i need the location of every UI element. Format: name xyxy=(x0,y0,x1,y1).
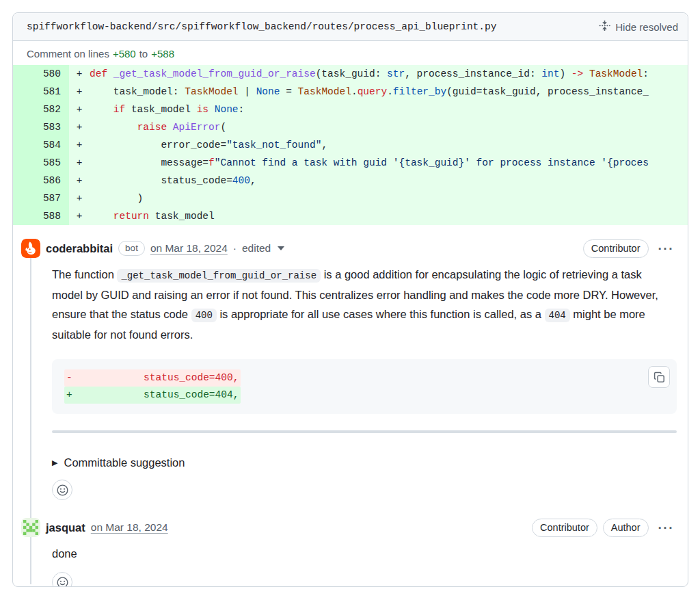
comment-lines-prefix: Comment on lines xyxy=(27,48,109,60)
edited-label[interactable]: edited xyxy=(242,242,271,255)
diff-add-marker: + xyxy=(69,172,90,190)
line-number[interactable]: 588 xyxy=(13,207,69,225)
line-number[interactable]: 585 xyxy=(13,154,69,172)
code-line: 587+ ) xyxy=(13,190,688,207)
comment-body: done xyxy=(52,544,675,563)
avatar-jasquat[interactable] xyxy=(21,518,40,537)
body-text: is appropriate for all use cases where t… xyxy=(217,308,545,320)
code-text: error_code="task_not_found", xyxy=(90,136,688,154)
code-text: message=f"Cannot find a task with guid '… xyxy=(90,154,688,172)
diff-add-marker: + xyxy=(69,118,90,136)
emoji-reaction-button[interactable] xyxy=(52,572,72,587)
body-text: The function xyxy=(52,268,117,281)
inline-code: _get_task_model_from_guid_or_raise xyxy=(117,269,321,283)
line-number[interactable]: 580 xyxy=(13,65,69,83)
copy-button[interactable] xyxy=(648,366,670,388)
role-badge-contributor: Contributor xyxy=(583,239,649,258)
smiley-icon xyxy=(57,484,68,496)
code-line: 584+ error_code="task_not_found", xyxy=(13,136,688,154)
code-text: def _get_task_model_from_guid_or_raise(t… xyxy=(90,65,688,83)
emoji-reaction-button[interactable] xyxy=(52,480,72,500)
line-number[interactable]: 587 xyxy=(13,190,69,207)
committable-suggestion-details: ▶ Committable suggestion xyxy=(52,456,677,469)
diff-add-marker: + xyxy=(69,83,90,101)
committable-suggestion-label: Committable suggestion xyxy=(64,456,185,469)
chevron-down-icon[interactable] xyxy=(278,246,284,250)
comment-date-link[interactable]: on Mar 18, 2024 xyxy=(150,242,228,255)
divider xyxy=(52,430,677,433)
comment-coderabbitai: coderabbitai bot on Mar 18, 2024 · edite… xyxy=(13,225,688,500)
line-number[interactable]: 583 xyxy=(13,118,69,136)
code-line: 582+ if task_model is None: xyxy=(13,101,688,118)
comment-author[interactable]: jasquat xyxy=(46,521,85,534)
inline-code: 404 xyxy=(545,309,570,322)
line-link-end[interactable]: +588 xyxy=(151,48,174,60)
triangle-right-icon: ▶ xyxy=(52,458,57,467)
code-text: if task_model is None: xyxy=(90,101,688,118)
role-badge-author: Author xyxy=(603,519,649,537)
diff-add-marker: + xyxy=(69,154,90,172)
code-line: 585+ message=f"Cannot find a task with g… xyxy=(13,154,688,172)
line-number[interactable]: 586 xyxy=(13,172,69,190)
badge-list: ContributorAuthor xyxy=(532,519,648,537)
file-path[interactable]: spiffworkflow-backend/src/spiffworkflow_… xyxy=(27,21,599,32)
code-text: task_model: TaskModel | None = TaskModel… xyxy=(90,83,688,101)
line-number[interactable]: 581 xyxy=(13,83,69,101)
hide-resolved-button[interactable]: Hide resolved xyxy=(599,20,678,34)
kebab-menu-button[interactable]: ··· xyxy=(656,520,677,536)
hide-resolved-label: Hide resolved xyxy=(615,21,678,33)
comment-jasquat: jasquat on Mar 18, 2024 ContributorAutho… xyxy=(13,500,688,587)
kebab-menu-button[interactable]: ··· xyxy=(656,241,677,257)
code-text: return task_model xyxy=(90,207,688,225)
comment-body: The function _get_task_model_from_guid_o… xyxy=(52,265,675,344)
review-thread-card: spiffworkflow-backend/src/spiffworkflow_… xyxy=(12,12,688,587)
smiley-icon xyxy=(57,577,68,588)
line-number[interactable]: 582 xyxy=(13,101,69,118)
suggestion-line-add: + status_code=404, xyxy=(64,387,638,404)
diff-add-marker: + xyxy=(69,190,90,207)
edited-separator: · xyxy=(233,242,237,255)
diff-add-marker: + xyxy=(69,65,90,83)
fold-icon xyxy=(599,20,610,34)
code-text: ) xyxy=(90,190,688,207)
committable-suggestion-toggle[interactable]: ▶ Committable suggestion xyxy=(52,456,677,469)
code-text: raise ApiError( xyxy=(90,118,688,136)
bot-badge: bot xyxy=(118,241,145,256)
code-line: 588+ return task_model xyxy=(13,207,688,225)
file-header: spiffworkflow-backend/src/spiffworkflow_… xyxy=(13,13,688,41)
line-link-start[interactable]: +580 xyxy=(113,48,136,60)
avatar-coderabbitai[interactable] xyxy=(21,239,40,258)
diff-add-marker: + xyxy=(69,207,90,225)
comment-lines-row: Comment on lines +580 to +588 xyxy=(13,41,688,65)
role-badge-contributor: Contributor xyxy=(532,519,597,537)
code-text: status_code=400, xyxy=(90,172,688,190)
code-line: 581+ task_model: TaskModel | None = Task… xyxy=(13,83,688,101)
code-line: 586+ status_code=400, xyxy=(13,172,688,190)
suggestion-line-del: - status_code=400, xyxy=(64,369,638,387)
suggestion-diff-box: - status_code=400,+ status_code=404, xyxy=(52,359,677,414)
page: spiffworkflow-backend/src/spiffworkflow_… xyxy=(0,0,700,600)
comment-author[interactable]: coderabbitai xyxy=(46,242,113,255)
suggestion-lines: - status_code=400,+ status_code=404, xyxy=(64,369,638,404)
inline-code: 400 xyxy=(191,309,217,322)
line-number[interactable]: 584 xyxy=(13,136,69,154)
code-diff: 580+def _get_task_model_from_guid_or_rai… xyxy=(13,65,688,225)
code-line: 580+def _get_task_model_from_guid_or_rai… xyxy=(13,65,688,83)
comment-header: coderabbitai bot on Mar 18, 2024 · edite… xyxy=(21,239,677,258)
badge-list: Contributor xyxy=(583,239,649,258)
code-line: 583+ raise ApiError( xyxy=(13,118,688,136)
comment-date-link[interactable]: on Mar 18, 2024 xyxy=(91,521,168,534)
comment-header: jasquat on Mar 18, 2024 ContributorAutho… xyxy=(21,518,677,537)
diff-add-marker: + xyxy=(69,136,90,154)
comment-lines-to: to xyxy=(139,48,148,60)
diff-add-marker: + xyxy=(69,101,90,118)
